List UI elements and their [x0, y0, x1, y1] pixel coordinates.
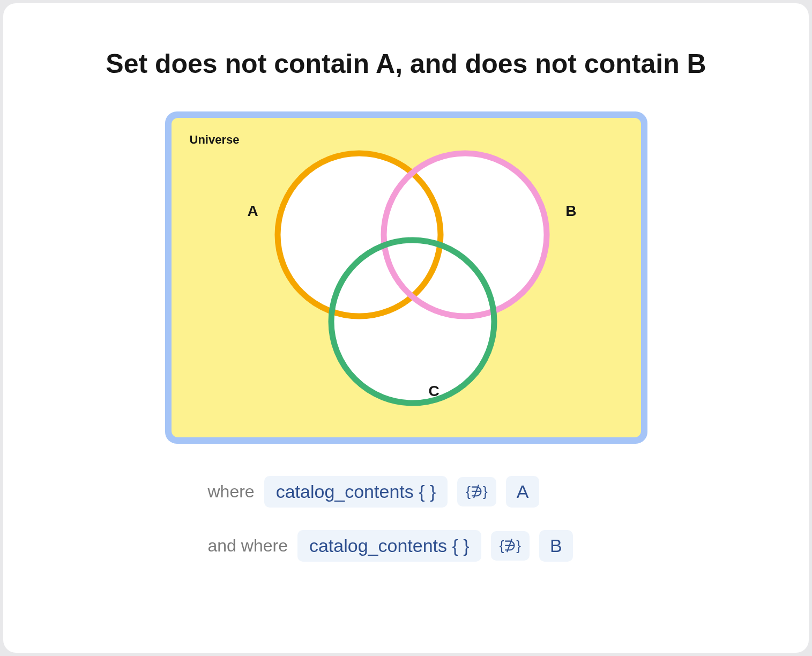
field-chip[interactable]: catalog_contents { }: [297, 530, 481, 562]
query-row: where catalog_contents { } {∌} A: [203, 476, 610, 508]
field-chip[interactable]: catalog_contents { }: [264, 476, 448, 508]
query-row: and where catalog_contents { } {∌} B: [203, 530, 610, 562]
query-rows: where catalog_contents { } {∌} A and whe…: [203, 476, 610, 562]
venn-frame: Universe A B C: [165, 111, 647, 444]
operator-chip[interactable]: {∌}: [457, 477, 496, 506]
diagram-title: Set does not contain A, and does not con…: [57, 48, 755, 79]
set-label-c: C: [429, 383, 439, 400]
operator-chip[interactable]: {∌}: [491, 531, 530, 561]
row-lead: where: [208, 482, 255, 502]
value-chip[interactable]: A: [506, 476, 540, 508]
card: Set does not contain A, and does not con…: [3, 3, 809, 653]
set-label-b: B: [565, 203, 576, 220]
venn-canvas: Universe A B C: [172, 118, 641, 437]
venn-diagram: [172, 118, 641, 437]
value-chip[interactable]: B: [539, 530, 573, 562]
set-label-a: A: [248, 203, 258, 220]
row-lead: and where: [208, 536, 288, 556]
